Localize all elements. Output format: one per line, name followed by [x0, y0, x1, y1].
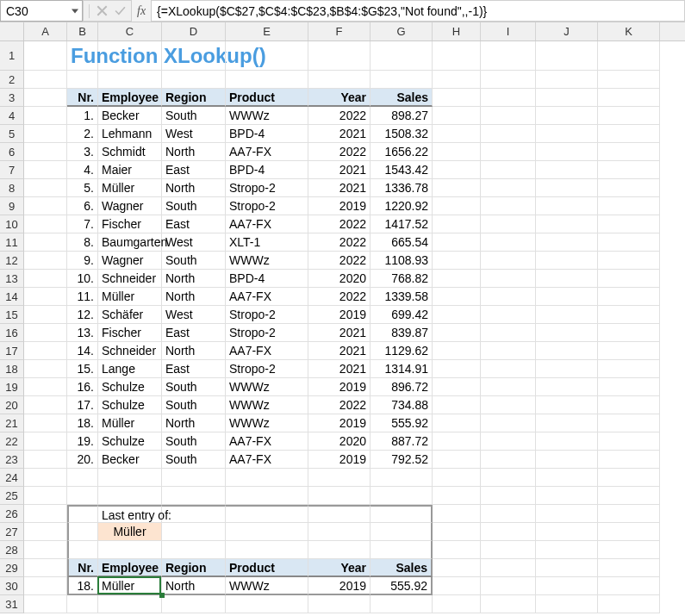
- row-header[interactable]: 4: [0, 107, 24, 125]
- cell[interactable]: [308, 595, 371, 613]
- cell[interactable]: [598, 378, 660, 396]
- cell-employee[interactable]: Schmidt: [98, 143, 162, 161]
- cell-year[interactable]: 2021: [308, 179, 371, 197]
- cell[interactable]: [24, 89, 67, 107]
- cell-year[interactable]: 2021: [308, 342, 371, 360]
- cell[interactable]: [433, 342, 481, 360]
- cell[interactable]: [433, 161, 481, 179]
- cell[interactable]: [433, 559, 481, 577]
- cell-sales[interactable]: 1417.52: [371, 215, 433, 233]
- cell[interactable]: [24, 432, 67, 451]
- cell[interactable]: [598, 432, 660, 451]
- cell[interactable]: [598, 179, 660, 197]
- cell[interactable]: [433, 414, 481, 432]
- cell-employee[interactable]: Wagner: [98, 197, 162, 215]
- cell-year[interactable]: 2022: [308, 215, 371, 233]
- cell[interactable]: [536, 233, 598, 252]
- cell[interactable]: [67, 595, 98, 613]
- cell[interactable]: [308, 469, 371, 487]
- cell-product[interactable]: AA7-FX: [226, 215, 308, 233]
- cell[interactable]: [67, 523, 98, 541]
- row-header[interactable]: 19: [0, 378, 24, 396]
- cell-region[interactable]: South: [162, 396, 226, 414]
- cell[interactable]: [226, 487, 308, 505]
- cell[interactable]: [433, 252, 481, 270]
- cell[interactable]: [98, 487, 162, 505]
- row-header[interactable]: 11: [0, 233, 24, 252]
- cell[interactable]: [536, 215, 598, 233]
- cell[interactable]: [598, 396, 660, 414]
- cell-product[interactable]: XLT-1: [226, 233, 308, 252]
- formula-input[interactable]: {=XLookup($C$27,$C$4:$C$23,$B$4:$G$23,"N…: [152, 0, 685, 22]
- row-header[interactable]: 23: [0, 451, 24, 469]
- cell-product[interactable]: WWWz: [226, 252, 308, 270]
- col-header-C[interactable]: C: [98, 22, 162, 40]
- cell[interactable]: [598, 143, 660, 161]
- col-header-K[interactable]: K: [598, 22, 660, 40]
- cell[interactable]: [536, 161, 598, 179]
- cell[interactable]: [226, 523, 308, 541]
- cell[interactable]: [598, 342, 660, 360]
- cell-sales[interactable]: 665.54: [371, 233, 433, 252]
- cell[interactable]: [481, 559, 536, 577]
- cell[interactable]: [536, 523, 598, 541]
- cell[interactable]: [536, 143, 598, 161]
- row-header[interactable]: 14: [0, 288, 24, 306]
- cell[interactable]: [481, 414, 536, 432]
- cell-product[interactable]: Stropo-2: [226, 179, 308, 197]
- cell-product[interactable]: WWWz: [226, 378, 308, 396]
- cell-sales[interactable]: 1220.92: [371, 197, 433, 215]
- cell[interactable]: [24, 125, 67, 143]
- hdr-product[interactable]: Product: [226, 559, 308, 577]
- cell-employee[interactable]: Fischer: [98, 324, 162, 342]
- cell-year[interactable]: 2019: [308, 378, 371, 396]
- cell[interactable]: [598, 414, 660, 432]
- result-nr[interactable]: 18.: [67, 577, 98, 595]
- cell[interactable]: [598, 270, 660, 288]
- cell[interactable]: [433, 595, 481, 613]
- cell-year[interactable]: 2021: [308, 161, 371, 179]
- cell[interactable]: [433, 360, 481, 378]
- cell-product[interactable]: Stropo-2: [226, 306, 308, 324]
- cell[interactable]: [598, 324, 660, 342]
- cell[interactable]: [162, 469, 226, 487]
- cell[interactable]: [24, 143, 67, 161]
- col-header-E[interactable]: E: [226, 22, 308, 40]
- row-header[interactable]: 6: [0, 143, 24, 161]
- cell[interactable]: [536, 541, 598, 559]
- cell[interactable]: [598, 252, 660, 270]
- result-employee[interactable]: Müller: [98, 577, 162, 595]
- cell[interactable]: [433, 324, 481, 342]
- cell[interactable]: [481, 107, 536, 125]
- cell-employee[interactable]: Schneider: [98, 270, 162, 288]
- cell-region[interactable]: South: [162, 107, 226, 125]
- cell[interactable]: [536, 125, 598, 143]
- cell[interactable]: [536, 451, 598, 469]
- cell-year[interactable]: 2020: [308, 432, 371, 451]
- cell[interactable]: [98, 541, 162, 559]
- cell[interactable]: [162, 487, 226, 505]
- cell[interactable]: [371, 505, 433, 523]
- cell-nr[interactable]: 9.: [67, 252, 98, 270]
- hdr-year[interactable]: Year: [308, 89, 371, 107]
- cell-nr[interactable]: 11.: [67, 288, 98, 306]
- cell[interactable]: [226, 469, 308, 487]
- cell[interactable]: [598, 306, 660, 324]
- name-box-dropdown-icon[interactable]: [72, 9, 78, 13]
- cell[interactable]: [598, 41, 660, 71]
- cell[interactable]: [24, 288, 67, 306]
- cell[interactable]: [371, 595, 433, 613]
- hdr-product[interactable]: Product: [226, 89, 308, 107]
- cell-sales[interactable]: 699.42: [371, 306, 433, 324]
- cell-nr[interactable]: 16.: [67, 378, 98, 396]
- cell-employee[interactable]: Schneider: [98, 342, 162, 360]
- row-header[interactable]: 1: [0, 41, 24, 71]
- cell[interactable]: [481, 197, 536, 215]
- cell[interactable]: [433, 41, 481, 71]
- cell-year[interactable]: 2019: [308, 451, 371, 469]
- cell-sales[interactable]: 768.82: [371, 270, 433, 288]
- cell-region[interactable]: East: [162, 161, 226, 179]
- cell[interactable]: [162, 505, 226, 523]
- cell[interactable]: [536, 179, 598, 197]
- cell[interactable]: [371, 541, 433, 559]
